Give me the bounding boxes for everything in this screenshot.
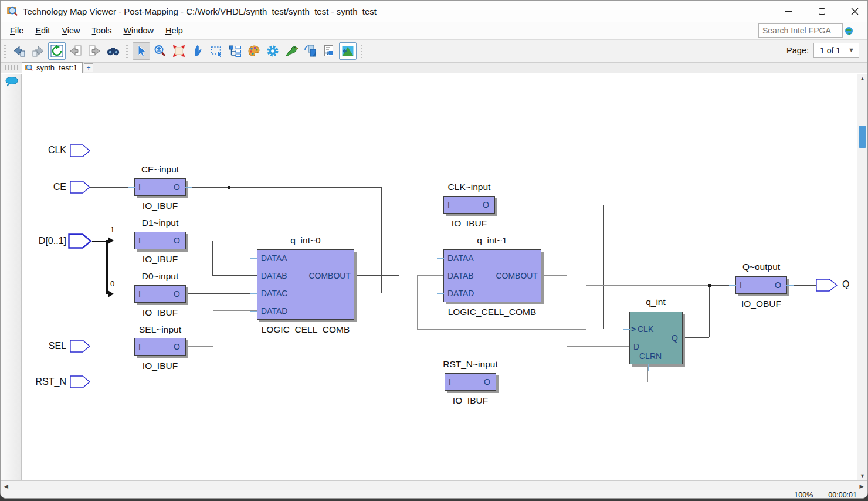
schematic-canvas[interactable]: CLK CE D[0..1] SEL RST_N Q 1 0 CE~input …: [22, 74, 858, 480]
block-title: q_int~0: [259, 235, 352, 246]
block-type: IO_IBUF: [113, 361, 207, 371]
titlebar: Technology Map Viewer - Post-Mapping - C…: [1, 1, 867, 22]
block-q-int-ff[interactable]: > CLK D Q CLRN: [629, 312, 683, 364]
tab-synth-test[interactable]: synth_test:1: [22, 62, 83, 73]
wire: [567, 346, 629, 347]
pin-label-rstn: RST_N: [25, 376, 66, 388]
menu-tools[interactable]: Tools: [86, 23, 118, 38]
wire: [709, 285, 710, 337]
search-input[interactable]: [758, 23, 843, 38]
toolbar-grip[interactable]: [125, 44, 130, 58]
wire: [603, 205, 604, 329]
scroll-left-icon[interactable]: ◀: [2, 482, 11, 491]
menu-window[interactable]: Window: [117, 23, 160, 38]
port-datab: DATAB: [447, 272, 474, 280]
wire: [229, 187, 229, 258]
close-icon[interactable]: [850, 6, 859, 16]
toolbar-grip[interactable]: [3, 44, 8, 58]
port-i: I: [138, 236, 141, 245]
pin-label-ce: CE: [31, 181, 66, 193]
vertical-scroll-thumb[interactable]: [859, 126, 866, 148]
block-q-output[interactable]: I O: [735, 276, 787, 294]
port-i: I: [138, 183, 141, 191]
swap-views-icon[interactable]: [301, 42, 319, 60]
block-d0-input[interactable]: I O: [134, 285, 186, 303]
area-select-icon[interactable]: [208, 42, 225, 60]
menu-help[interactable]: Help: [160, 23, 189, 38]
block-title: SEL~input: [113, 324, 207, 335]
block-sel-input[interactable]: I O: [134, 338, 186, 356]
input-pin-rstn[interactable]: [70, 375, 91, 388]
block-rstn-input[interactable]: I O: [445, 373, 496, 391]
wire: [586, 285, 709, 286]
maximize-icon[interactable]: [817, 6, 826, 16]
input-pin-ce[interactable]: [70, 181, 91, 194]
input-pin-sel[interactable]: [70, 340, 91, 353]
find-icon[interactable]: [104, 42, 122, 60]
port-i: I: [447, 201, 450, 209]
block-title: D1~input: [113, 218, 207, 228]
wire: [381, 187, 382, 293]
menu-view[interactable]: View: [56, 23, 86, 38]
port-i: I: [138, 343, 141, 351]
input-pin-d-bus[interactable]: [68, 233, 92, 249]
block-clk-input[interactable]: I O: [443, 196, 495, 214]
tabbar-grip[interactable]: [5, 65, 18, 70]
horizontal-scrollbar[interactable]: ◀ ▶: [1, 480, 867, 491]
hierarchy-view-icon[interactable]: [226, 42, 244, 60]
pin-label-clk: CLK: [31, 144, 66, 156]
settings-gear-icon[interactable]: [264, 42, 282, 60]
port-o: O: [483, 201, 489, 209]
block-type: IO_OBUF: [714, 299, 808, 309]
block-q-int-0[interactable]: DATAA DATAB DATAC DATAD COMBOUT: [257, 249, 354, 320]
color-settings-icon[interactable]: [245, 42, 263, 60]
netlist-navigator-icon[interactable]: [320, 42, 338, 60]
fit-view-icon[interactable]: [170, 42, 188, 60]
port-o: O: [174, 290, 180, 298]
previous-page-icon[interactable]: [67, 42, 84, 60]
vertical-scrollbar[interactable]: ▲ ▼: [857, 74, 867, 480]
output-pin-q[interactable]: [816, 279, 838, 292]
port-o: O: [174, 183, 180, 191]
pin-label-d: D[0..1]: [25, 235, 66, 247]
block-ce-input[interactable]: I O: [134, 178, 186, 196]
forward-icon[interactable]: [29, 42, 47, 60]
wire: [212, 151, 212, 205]
port-q: Q: [672, 334, 678, 342]
block-title: Q~output: [714, 262, 808, 272]
block-type: IO_IBUF: [423, 395, 517, 406]
minimize-icon[interactable]: [784, 6, 794, 16]
wire: [417, 329, 586, 330]
next-page-icon[interactable]: [86, 42, 103, 60]
menu-edit[interactable]: Edit: [29, 23, 56, 38]
birds-eye-view-icon[interactable]: [283, 42, 300, 60]
scroll-up-icon[interactable]: ▲: [857, 74, 867, 83]
tab-icon: [25, 64, 33, 72]
port-combout: COMBOUT: [496, 272, 538, 280]
wire: [213, 310, 213, 346]
scroll-down-icon[interactable]: ▼: [857, 471, 867, 480]
block-d1-input[interactable]: I O: [134, 232, 186, 249]
zoom-level: 100%: [794, 492, 813, 499]
port-datac: DATAC: [261, 289, 287, 297]
port-combout: COMBOUT: [308, 272, 351, 280]
wire-junction: [228, 186, 230, 189]
tabbar: synth_test:1 +: [1, 63, 867, 73]
wire: [586, 285, 586, 329]
refresh-icon[interactable]: [48, 42, 66, 60]
menu-file[interactable]: File: [4, 23, 29, 38]
scroll-right-icon[interactable]: ▶: [857, 482, 866, 491]
back-icon[interactable]: [11, 42, 28, 60]
left-panel-strip: [1, 74, 22, 480]
full-view-icon[interactable]: [339, 42, 357, 60]
wire: [567, 275, 567, 346]
input-pin-clk[interactable]: [70, 144, 91, 157]
pan-tool-icon[interactable]: [189, 42, 206, 60]
new-tab-button[interactable]: +: [84, 63, 93, 72]
page-select[interactable]: 1 of 1 ▼: [813, 43, 859, 58]
selection-tool-icon[interactable]: [133, 42, 150, 60]
zoom-tool-icon[interactable]: [151, 42, 169, 60]
comment-bubble-icon[interactable]: [4, 75, 19, 89]
toolbar-grip[interactable]: [360, 44, 364, 58]
block-q-int-1[interactable]: DATAA DATAB DATAD COMBOUT: [443, 249, 541, 302]
